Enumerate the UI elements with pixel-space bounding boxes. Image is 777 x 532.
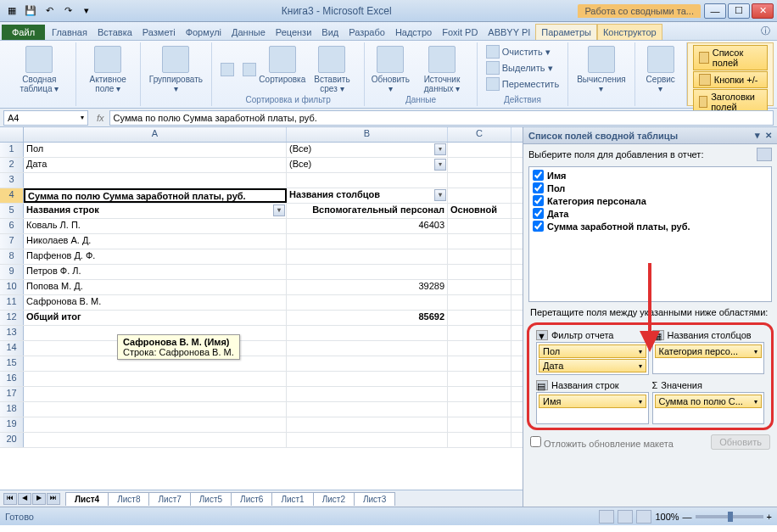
area-field-item[interactable]: Пол▾ [539,344,646,358]
field-checkbox-item[interactable]: Пол [531,182,769,194]
tab-Данные[interactable]: Данные [226,25,271,40]
row-header[interactable]: 13 [0,326,24,340]
cell[interactable] [448,249,511,264]
ribbon-help-icon[interactable]: ⓘ [756,22,775,40]
cell[interactable] [24,433,287,447]
cell[interactable]: 39289 [287,280,448,294]
cell[interactable]: Названия столбцов▾ [287,188,448,203]
columns-drop-area[interactable]: Категория персо...▾ [652,342,765,374]
cell[interactable] [287,372,448,386]
row-header[interactable]: 20 [0,433,24,447]
sheet-nav-next[interactable]: ▶ [32,493,46,505]
area-field-item[interactable]: Дата▾ [539,359,646,372]
cell[interactable] [448,387,511,401]
cell[interactable] [287,265,448,279]
row-header[interactable]: 7 [0,234,24,249]
sheet-tab[interactable]: Лист8 [108,492,149,506]
view-break-button[interactable] [636,510,651,524]
tab-Разметі[interactable]: Разметі [137,25,181,40]
area-field-item[interactable]: Сумма по полю С...▾ [655,395,763,408]
sheet-tab[interactable]: Лист7 [148,492,190,506]
sheet-nav-first[interactable]: ⏮ [3,493,17,505]
cell[interactable] [287,387,448,401]
panel-close-icon[interactable]: ✕ [765,131,772,140]
cell[interactable]: Петров Ф. Л. [24,265,287,279]
sheet-tab[interactable]: Лист1 [271,492,313,506]
sheet-nav-last[interactable]: ⏭ [47,493,60,505]
cell[interactable] [448,173,511,188]
cell[interactable] [287,173,448,188]
tab-Foxit PD[interactable]: Foxit PD [437,25,483,40]
cell[interactable]: 46403 [287,219,448,233]
row-header[interactable]: 3 [0,173,24,188]
row-header[interactable]: 10 [0,280,24,294]
cell[interactable] [448,265,511,279]
view-normal-button[interactable] [599,510,614,524]
cell[interactable] [287,433,448,447]
row-header[interactable]: 2 [0,158,24,172]
active-field-button[interactable]: Активное поле ▾ [81,44,135,95]
cell[interactable]: (Все)▾ [287,143,448,157]
cell[interactable]: (Все)▾ [287,158,448,172]
field-checkbox-item[interactable]: Сумма заработной платы, руб. [531,220,769,232]
filter-dropdown-icon[interactable]: ▾ [434,143,446,155]
cell[interactable] [287,234,448,249]
cell[interactable]: Сумма по полю Сумма заработной платы, ру… [24,188,287,203]
buttons-toggle[interactable]: Кнопки +/- [693,71,768,88]
maximize-button[interactable]: ☐ [728,3,750,19]
update-button[interactable]: Обновить [711,434,770,450]
field-checkbox-item[interactable]: Дата [531,207,769,220]
row-header[interactable]: 8 [0,249,24,264]
defer-update-checkbox[interactable]: Отложить обновление макета [530,436,674,449]
cell[interactable] [448,143,511,157]
cell[interactable]: Парфенов Д. Ф. [24,249,287,264]
cell[interactable]: Названия строк▾ [24,204,287,218]
row-header[interactable]: 11 [0,295,24,310]
refresh-button[interactable]: Обновить ▾ [370,44,411,95]
col-header-b[interactable]: B [287,127,448,142]
sheet-tab[interactable]: Лист4 [65,492,109,506]
cell[interactable] [448,219,511,233]
rows-drop-area[interactable]: Имя▾ [536,392,649,424]
tools-button[interactable]: Сервис ▾ [640,44,681,95]
tab-Разрабо[interactable]: Разрабо [344,25,390,40]
group-button[interactable]: Группировать ▾ [146,44,206,95]
clear-button[interactable]: Очистить ▾ [483,44,562,59]
cell[interactable] [287,295,448,310]
cell[interactable]: Коваль Л. П. [24,219,287,233]
sort-desc-button[interactable] [239,44,260,95]
sheet-tab[interactable]: Лист2 [313,492,355,506]
filter-dropdown-icon[interactable]: ▾ [273,204,285,216]
cell[interactable]: Дата [24,158,287,172]
sheet-nav-prev[interactable]: ◀ [18,493,31,505]
tab-ABBYY PI[interactable]: ABBYY PI [483,25,535,40]
row-header[interactable]: 18 [0,402,24,417]
cell[interactable] [448,341,511,356]
filter-dropdown-icon[interactable]: ▾ [434,159,446,171]
insert-slicer-button[interactable]: Вставить срез ▾ [305,44,360,95]
undo-icon[interactable]: ↶ [41,3,58,20]
cell[interactable] [24,402,287,417]
redo-icon[interactable]: ↷ [59,3,76,20]
tab-Главная[interactable]: Главная [47,25,92,40]
cell[interactable] [24,417,287,432]
field-list[interactable]: ИмяПолКатегория персоналаДатаСумма зараб… [528,166,772,302]
save-icon[interactable]: 💾 [22,3,39,20]
cell[interactable]: Основной [448,204,511,218]
row-header[interactable]: 5 [0,204,24,218]
cell[interactable] [448,158,511,172]
field-list-toggle[interactable]: Список полей [693,45,768,70]
cell[interactable]: 85692 [287,311,448,325]
sort-button[interactable]: Сортировка [261,44,304,95]
col-header-a[interactable]: A [24,127,287,142]
cell[interactable] [448,280,511,294]
col-header-c[interactable]: C [448,127,511,142]
tab-Вставка[interactable]: Вставка [92,25,137,40]
cell[interactable]: Общий итог [24,311,287,325]
row-header[interactable]: 12 [0,311,24,325]
row-header[interactable]: 9 [0,265,24,279]
cell[interactable]: Пол [24,143,287,157]
cell[interactable] [448,188,511,203]
sort-asc-button[interactable] [217,44,238,95]
cell[interactable] [24,387,287,401]
